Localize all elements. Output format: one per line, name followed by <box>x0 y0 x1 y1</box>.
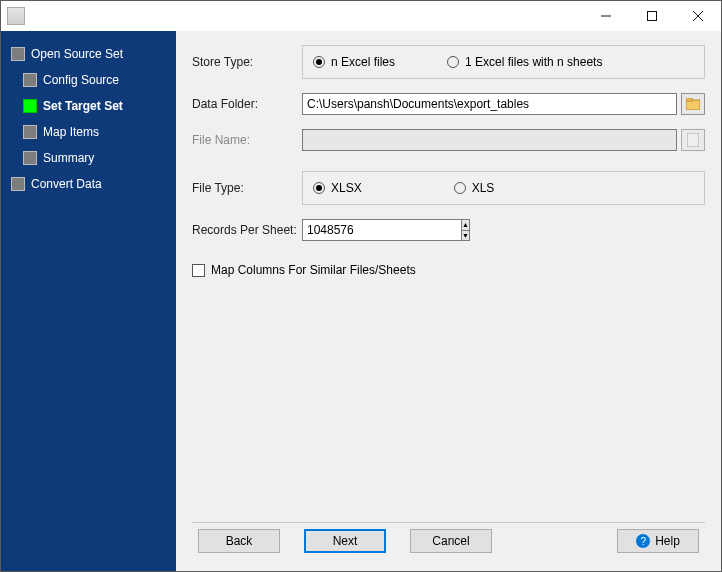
radio-1-excel-n-sheets[interactable]: 1 Excel files with n sheets <box>447 55 602 69</box>
content-panel: Store Type: n Excel files 1 Excel files … <box>176 31 721 571</box>
close-button[interactable] <box>675 1 721 31</box>
step-config-source[interactable]: Config Source <box>1 67 176 93</box>
spinner-arrows: ▲ ▼ <box>461 219 470 241</box>
label-records-per-sheet: Records Per Sheet: <box>192 223 302 237</box>
row-data-folder: Data Folder: <box>192 93 705 115</box>
radio-dot-icon <box>313 182 325 194</box>
svg-rect-5 <box>686 98 692 101</box>
row-file-type: File Type: XLSX XLS <box>192 171 705 205</box>
radio-dot-icon <box>454 182 466 194</box>
folder-icon <box>686 98 700 110</box>
checkbox-map-columns[interactable]: Map Columns For Similar Files/Sheets <box>192 263 705 277</box>
step-open-source-set[interactable]: Open Source Set <box>1 41 176 67</box>
help-button[interactable]: ?Help <box>617 529 699 553</box>
spinner-up-icon[interactable]: ▲ <box>462 220 469 231</box>
app-icon <box>7 7 25 25</box>
step-label: Open Source Set <box>31 47 123 61</box>
row-file-name: File Name: <box>192 129 705 151</box>
step-set-target-set[interactable]: Set Target Set <box>1 93 176 119</box>
checkbox-box-icon <box>192 264 205 277</box>
label-data-folder: Data Folder: <box>192 97 302 111</box>
radio-n-excel-files[interactable]: n Excel files <box>313 55 395 69</box>
wizard-window: Open Source Set Config Source Set Target… <box>0 0 722 572</box>
step-label: Set Target Set <box>43 99 123 113</box>
step-label: Config Source <box>43 73 119 87</box>
radio-label: n Excel files <box>331 55 395 69</box>
label-file-name: File Name: <box>192 133 302 147</box>
file-name-input <box>302 129 677 151</box>
checkbox-label: Map Columns For Similar Files/Sheets <box>211 263 416 277</box>
body: Open Source Set Config Source Set Target… <box>1 31 721 571</box>
radio-label: XLS <box>472 181 495 195</box>
titlebar <box>1 1 721 31</box>
radio-xlsx[interactable]: XLSX <box>313 181 362 195</box>
button-label: Help <box>655 534 680 548</box>
button-label: Next <box>333 534 358 548</box>
window-controls <box>583 1 721 31</box>
records-per-sheet-input[interactable] <box>302 219 461 241</box>
spinner-down-icon[interactable]: ▼ <box>462 231 469 241</box>
browse-folder-button[interactable] <box>681 93 705 115</box>
row-records-per-sheet: Records Per Sheet: ▲ ▼ <box>192 219 705 241</box>
maximize-button[interactable] <box>629 1 675 31</box>
button-label: Back <box>226 534 253 548</box>
minimize-button[interactable] <box>583 1 629 31</box>
file-type-group: XLSX XLS <box>302 171 705 205</box>
footer: Back Next Cancel ?Help <box>192 523 705 563</box>
content-spacer <box>192 277 705 518</box>
browse-file-button <box>681 129 705 151</box>
help-icon: ? <box>636 534 650 548</box>
radio-dot-icon <box>447 56 459 68</box>
svg-rect-1 <box>648 12 657 21</box>
row-store-type: Store Type: n Excel files 1 Excel files … <box>192 45 705 79</box>
wizard-steps-sidebar: Open Source Set Config Source Set Target… <box>1 31 176 571</box>
step-label: Summary <box>43 151 94 165</box>
radio-label: XLSX <box>331 181 362 195</box>
radio-dot-icon <box>313 56 325 68</box>
back-button[interactable]: Back <box>198 529 280 553</box>
store-type-group: n Excel files 1 Excel files with n sheet… <box>302 45 705 79</box>
step-convert-data[interactable]: Convert Data <box>1 171 176 197</box>
next-button[interactable]: Next <box>304 529 386 553</box>
radio-label: 1 Excel files with n sheets <box>465 55 602 69</box>
step-summary[interactable]: Summary <box>1 145 176 171</box>
label-store-type: Store Type: <box>192 55 302 69</box>
svg-rect-6 <box>687 133 699 147</box>
cancel-button[interactable]: Cancel <box>410 529 492 553</box>
step-map-items[interactable]: Map Items <box>1 119 176 145</box>
file-icon <box>687 133 699 147</box>
records-per-sheet-spinner[interactable]: ▲ ▼ <box>302 219 418 241</box>
step-label: Convert Data <box>31 177 102 191</box>
label-file-type: File Type: <box>192 181 302 195</box>
step-label: Map Items <box>43 125 99 139</box>
data-folder-input[interactable] <box>302 93 677 115</box>
button-label: Cancel <box>432 534 469 548</box>
radio-xls[interactable]: XLS <box>454 181 495 195</box>
